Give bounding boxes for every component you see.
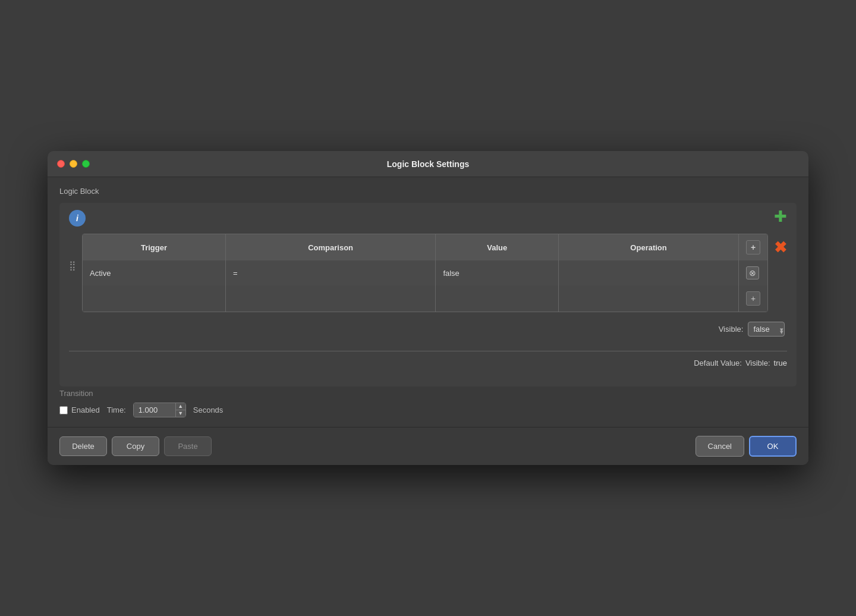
cell-value[interactable]: false <box>436 260 559 285</box>
time-input-wrapper: ▲ ▼ <box>133 403 186 417</box>
default-visible-label: Visible: <box>745 359 770 367</box>
titlebar-buttons <box>57 160 90 168</box>
visible-select-wrapper: true false <box>748 322 787 337</box>
empty-table-row: + <box>83 285 767 312</box>
bottom-left-buttons: Delete Copy Paste <box>59 436 212 456</box>
enabled-checkbox-label[interactable]: Enabled <box>59 406 100 414</box>
empty-row-add-button[interactable]: + <box>746 291 760 306</box>
default-value-label: Default Value: <box>694 359 742 367</box>
default-value-row: Default Value: Visible: true <box>69 359 787 367</box>
logic-block-section: i ✚ ⣿ Trigger Comparison Value <box>59 203 797 386</box>
stepper-up-button[interactable]: ▲ <box>176 403 185 410</box>
table-body: Active = false ⊗ <box>83 260 767 312</box>
titlebar: Logic Block Settings <box>48 151 808 177</box>
conditions-table: Trigger Comparison Value Operation + <box>83 234 767 312</box>
section-header: i ✚ <box>69 210 787 227</box>
header-trigger: Trigger <box>83 234 225 260</box>
cancel-button[interactable]: Cancel <box>696 436 744 457</box>
header-operation: Operation <box>559 234 739 260</box>
empty-value <box>436 285 559 312</box>
cell-trigger[interactable]: Active <box>83 260 225 285</box>
visible-select[interactable]: true false <box>748 322 785 337</box>
table-area: ⣿ Trigger Comparison Value Operation + <box>69 234 787 312</box>
header-actions: + <box>739 234 768 260</box>
time-stepper: ▲ ▼ <box>175 403 185 417</box>
delete-button[interactable]: Delete <box>59 436 107 456</box>
seconds-label: Seconds <box>193 406 224 414</box>
paste-button[interactable]: Paste <box>164 436 212 456</box>
table-header: Trigger Comparison Value Operation + <box>83 234 767 260</box>
copy-button[interactable]: Copy <box>112 436 159 456</box>
enabled-checkbox[interactable] <box>59 406 68 414</box>
cell-comparison[interactable]: = <box>225 260 436 285</box>
delete-condition-button[interactable]: ✖ <box>774 234 787 257</box>
logic-block-section-label: Logic Block <box>59 187 797 196</box>
add-row-button[interactable]: ✚ <box>774 209 787 224</box>
conditions-table-wrapper: Trigger Comparison Value Operation + <box>82 234 768 312</box>
bottom-bar: Delete Copy Paste Cancel OK <box>48 427 808 465</box>
time-label: Time: <box>107 406 126 414</box>
transition-section: Transition Enabled Time: ▲ ▼ Seconds <box>59 389 797 417</box>
cell-operation[interactable] <box>559 260 739 285</box>
maximize-button[interactable] <box>82 160 90 168</box>
empty-operation <box>559 285 739 312</box>
stepper-down-button[interactable]: ▼ <box>176 410 185 417</box>
close-button[interactable] <box>57 160 65 168</box>
bottom-right-buttons: Cancel OK <box>696 436 797 457</box>
transition-controls: Enabled Time: ▲ ▼ Seconds <box>59 403 797 417</box>
add-row-small-button[interactable]: + <box>746 240 760 254</box>
main-window: Logic Block Settings Logic Block i ✚ ⣿ <box>48 151 808 465</box>
info-icon[interactable]: i <box>69 210 86 227</box>
enabled-label: Enabled <box>71 406 100 414</box>
header-row: Trigger Comparison Value Operation + <box>83 234 767 260</box>
time-input[interactable] <box>134 403 175 417</box>
divider <box>69 351 787 351</box>
header-comparison: Comparison <box>225 234 436 260</box>
transition-section-label: Transition <box>59 389 797 398</box>
visible-row: Visible: true false <box>69 322 787 337</box>
header-value: Value <box>436 234 559 260</box>
empty-actions: + <box>739 285 768 312</box>
ok-button[interactable]: OK <box>749 436 797 457</box>
main-content: Logic Block i ✚ ⣿ Trigger Com <box>48 177 808 427</box>
table-row: Active = false ⊗ <box>83 260 767 285</box>
visible-label: Visible: <box>719 325 744 334</box>
empty-trigger <box>83 285 225 312</box>
empty-comparison <box>225 285 436 312</box>
clear-row-button[interactable]: ⊗ <box>746 266 759 279</box>
cell-clear: ⊗ <box>739 260 768 285</box>
default-visible-value: true <box>774 359 787 367</box>
window-title: Logic Block Settings <box>387 159 469 169</box>
minimize-button[interactable] <box>70 160 77 168</box>
drag-handle[interactable]: ⣿ <box>69 234 76 271</box>
